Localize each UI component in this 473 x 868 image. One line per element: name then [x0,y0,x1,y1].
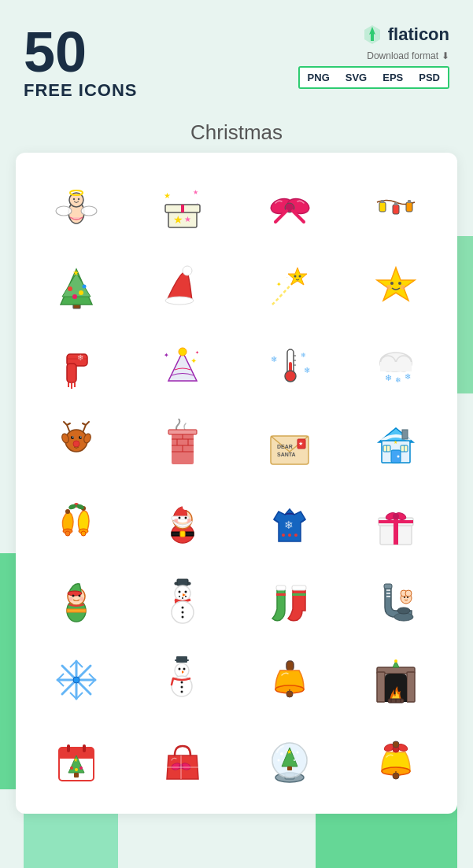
icon-snow-globe[interactable]: ★ [241,723,339,794]
svg-rect-69 [380,362,412,371]
icons-grid: ★ ★ · ★ ★ [24,168,449,798]
icon-gift-box[interactable]: ★ ★ · ★ ★ [134,172,232,243]
svg-rect-138 [67,609,86,612]
icon-santa-hat[interactable] [134,251,232,322]
icon-snowman2[interactable] [134,645,232,715]
svg-rect-212 [67,744,70,752]
svg-point-8 [73,198,75,199]
svg-rect-15 [181,205,184,212]
icon-elf[interactable] [28,566,126,637]
svg-point-172 [404,597,405,598]
svg-point-76 [72,436,74,438]
icon-lights[interactable] [347,172,445,243]
svg-point-242 [393,741,399,748]
svg-point-36 [183,266,192,275]
icon-bells[interactable] [28,487,126,558]
icon-shopping-bag[interactable] [134,723,232,794]
svg-text:❄: ❄ [405,372,411,381]
svg-rect-133 [379,520,413,523]
icon-calendar[interactable]: ★ [28,723,126,794]
icon-angel[interactable] [28,172,126,243]
icon-bow[interactable] [241,172,339,243]
icon-snowflake[interactable] [28,645,126,715]
svg-text:★: ★ [298,441,303,446]
svg-point-44 [401,285,405,290]
svg-rect-103 [402,430,408,439]
svg-text:★: ★ [173,213,183,226]
svg-rect-162 [292,593,306,596]
flaticon-logo-icon [361,24,383,46]
svg-point-74 [71,436,74,439]
format-badge-eps: EPS [375,68,411,87]
svg-rect-21 [379,202,386,212]
svg-text:✦: ✦ [276,281,282,288]
svg-point-121 [185,516,187,519]
svg-point-98 [397,455,399,457]
svg-rect-89 [168,430,197,434]
svg-point-106 [65,531,70,536]
svg-text:★: ★ [73,757,78,763]
icon-party-hat[interactable]: ✦ ✦ ✦ [134,330,232,401]
svg-point-191 [183,667,186,670]
svg-point-152 [182,597,183,599]
svg-point-41 [390,282,394,285]
svg-rect-146 [177,579,188,585]
svg-text:★: ★ [193,189,198,196]
icon-sweater[interactable]: ❄ [241,487,339,558]
svg-point-119 [183,504,189,510]
svg-point-168 [397,608,410,614]
icon-bell-bow[interactable] [347,723,445,794]
flaticon-logo[interactable]: flaticon [361,24,449,46]
svg-point-233 [296,751,298,753]
icon-chimney[interactable] [134,408,232,479]
icon-santa[interactable] [134,487,232,558]
svg-text:✦: ✦ [195,350,199,355]
svg-text:★: ★ [72,268,79,277]
svg-point-32 [72,294,77,299]
svg-point-153 [185,596,187,597]
svg-point-33 [83,284,87,288]
icon-tree[interactable]: ★ [28,251,126,322]
svg-point-78 [73,441,79,447]
icon-gift[interactable] [347,487,445,558]
icon-bell[interactable] [241,645,339,715]
svg-text:DEAR: DEAR [277,444,293,449]
svg-point-120 [179,516,181,519]
svg-text:★: ★ [164,191,171,200]
svg-point-141 [72,594,75,597]
icon-snow-cloud[interactable]: ❄ ❄ ❄ [347,330,445,401]
svg-rect-159 [276,585,286,590]
svg-point-109 [65,509,70,514]
icon-boot[interactable] [347,566,445,637]
svg-point-151 [179,596,180,597]
svg-point-38 [298,275,301,277]
svg-point-232 [280,752,283,755]
icon-shooting-star[interactable]: ✦ · [241,251,339,322]
svg-point-156 [182,606,184,608]
icon-dear-santa[interactable]: DEAR SANTA ★ [241,408,339,479]
svg-point-142 [79,594,81,597]
svg-point-149 [185,590,187,593]
svg-point-127 [294,534,297,537]
svg-rect-23 [393,205,399,214]
svg-point-219 [79,766,83,770]
icon-fireplace[interactable] [347,645,445,715]
icon-thermometer[interactable]: ❄ ❄ ❄ [241,330,339,401]
svg-point-143 [69,597,73,600]
svg-point-218 [75,768,78,771]
svg-rect-203 [407,672,415,702]
svg-point-56 [179,348,187,356]
svg-text:❄: ❄ [385,373,392,382]
icon-socks[interactable] [241,566,339,637]
icon-scarf[interactable]: ❄ [28,330,126,401]
svg-point-171 [405,590,412,597]
icon-house[interactable]: ★ [347,408,445,479]
format-badge-png: PNG [300,68,338,87]
icon-star[interactable] [347,251,445,322]
svg-text:❄: ❄ [301,352,306,359]
svg-point-62 [285,371,296,382]
icon-snowman[interactable] [134,566,232,637]
svg-rect-197 [286,661,294,670]
svg-point-195 [181,685,183,688]
icon-reindeer[interactable] [28,408,126,479]
